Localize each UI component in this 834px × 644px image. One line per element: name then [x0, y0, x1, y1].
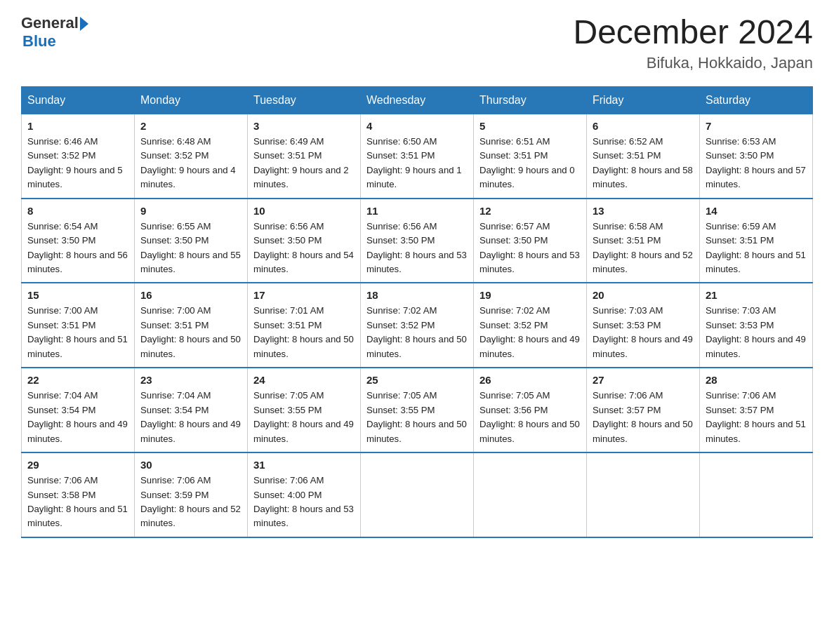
calendar-cell: 24Sunrise: 7:05 AMSunset: 3:55 PMDayligh…	[248, 368, 361, 452]
week-row-5: 29Sunrise: 7:06 AMSunset: 3:58 PMDayligh…	[22, 452, 813, 537]
header-saturday: Saturday	[700, 86, 813, 114]
day-info: Sunrise: 7:01 AMSunset: 3:51 PMDaylight:…	[253, 304, 355, 361]
week-row-4: 22Sunrise: 7:04 AMSunset: 3:54 PMDayligh…	[22, 368, 813, 452]
day-info: Sunrise: 6:56 AMSunset: 3:50 PMDaylight:…	[253, 220, 355, 277]
calendar-cell: 25Sunrise: 7:05 AMSunset: 3:55 PMDayligh…	[361, 368, 474, 452]
day-number: 7	[706, 120, 807, 132]
day-info: Sunrise: 7:06 AMSunset: 3:58 PMDaylight:…	[27, 474, 128, 531]
calendar-table: SundayMondayTuesdayWednesdayThursdayFrid…	[21, 86, 813, 538]
day-info: Sunrise: 6:52 AMSunset: 3:51 PMDaylight:…	[593, 135, 694, 192]
page-header: General Blue December 2024 Bifuka, Hokka…	[21, 14, 813, 72]
header-wednesday: Wednesday	[361, 86, 474, 114]
day-info: Sunrise: 6:53 AMSunset: 3:50 PMDaylight:…	[706, 135, 807, 192]
week-row-1: 1Sunrise: 6:46 AMSunset: 3:52 PMDaylight…	[22, 114, 813, 198]
day-number: 24	[253, 374, 355, 386]
day-number: 4	[366, 120, 468, 132]
day-info: Sunrise: 7:06 AMSunset: 4:00 PMDaylight:…	[253, 474, 355, 531]
day-info: Sunrise: 7:06 AMSunset: 3:57 PMDaylight:…	[706, 389, 807, 446]
calendar-cell	[700, 452, 813, 537]
day-number: 1	[27, 120, 128, 132]
calendar-cell: 14Sunrise: 6:59 AMSunset: 3:51 PMDayligh…	[700, 199, 813, 283]
logo: General Blue	[21, 14, 88, 51]
day-info: Sunrise: 7:06 AMSunset: 3:57 PMDaylight:…	[593, 389, 694, 446]
calendar-cell: 13Sunrise: 6:58 AMSunset: 3:51 PMDayligh…	[587, 199, 700, 283]
calendar-cell: 20Sunrise: 7:03 AMSunset: 3:53 PMDayligh…	[587, 283, 700, 368]
day-info: Sunrise: 7:02 AMSunset: 3:52 PMDaylight:…	[479, 304, 581, 361]
calendar-cell: 15Sunrise: 7:00 AMSunset: 3:51 PMDayligh…	[22, 283, 135, 368]
header-friday: Friday	[587, 86, 700, 114]
logo-general-text: General	[21, 14, 79, 32]
day-number: 13	[593, 205, 694, 217]
week-row-2: 8Sunrise: 6:54 AMSunset: 3:50 PMDaylight…	[22, 199, 813, 283]
day-info: Sunrise: 6:51 AMSunset: 3:51 PMDaylight:…	[479, 135, 581, 192]
day-number: 16	[140, 289, 241, 301]
day-info: Sunrise: 7:06 AMSunset: 3:59 PMDaylight:…	[140, 474, 241, 531]
logo-line1: General	[21, 14, 88, 32]
day-number: 2	[140, 120, 241, 132]
calendar-cell: 10Sunrise: 6:56 AMSunset: 3:50 PMDayligh…	[248, 199, 361, 283]
calendar-cell: 26Sunrise: 7:05 AMSunset: 3:56 PMDayligh…	[474, 368, 587, 452]
day-number: 27	[593, 374, 694, 386]
calendar-cell: 28Sunrise: 7:06 AMSunset: 3:57 PMDayligh…	[700, 368, 813, 452]
calendar-cell: 7Sunrise: 6:53 AMSunset: 3:50 PMDaylight…	[700, 114, 813, 198]
day-number: 20	[593, 289, 694, 301]
day-number: 9	[140, 205, 241, 217]
logo-blue-text: Blue	[22, 32, 88, 51]
day-number: 14	[706, 205, 807, 217]
day-number: 3	[253, 120, 355, 132]
day-info: Sunrise: 7:04 AMSunset: 3:54 PMDaylight:…	[27, 389, 128, 446]
calendar-cell: 31Sunrise: 7:06 AMSunset: 4:00 PMDayligh…	[248, 452, 361, 537]
week-row-3: 15Sunrise: 7:00 AMSunset: 3:51 PMDayligh…	[22, 283, 813, 368]
calendar-cell: 18Sunrise: 7:02 AMSunset: 3:52 PMDayligh…	[361, 283, 474, 368]
calendar-cell: 2Sunrise: 6:48 AMSunset: 3:52 PMDaylight…	[135, 114, 248, 198]
day-number: 17	[253, 289, 355, 301]
day-number: 26	[479, 374, 581, 386]
calendar-cell: 22Sunrise: 7:04 AMSunset: 3:54 PMDayligh…	[22, 368, 135, 452]
day-info: Sunrise: 6:54 AMSunset: 3:50 PMDaylight:…	[27, 220, 128, 277]
calendar-cell: 8Sunrise: 6:54 AMSunset: 3:50 PMDaylight…	[22, 199, 135, 283]
day-number: 29	[27, 459, 128, 471]
day-number: 30	[140, 459, 241, 471]
header-monday: Monday	[135, 86, 248, 114]
calendar-cell: 4Sunrise: 6:50 AMSunset: 3:51 PMDaylight…	[361, 114, 474, 198]
day-info: Sunrise: 6:46 AMSunset: 3:52 PMDaylight:…	[27, 135, 128, 192]
day-number: 18	[366, 289, 468, 301]
calendar-cell: 21Sunrise: 7:03 AMSunset: 3:53 PMDayligh…	[700, 283, 813, 368]
calendar-cell	[474, 452, 587, 537]
calendar-cell: 9Sunrise: 6:55 AMSunset: 3:50 PMDaylight…	[135, 199, 248, 283]
day-info: Sunrise: 6:57 AMSunset: 3:50 PMDaylight:…	[479, 220, 581, 277]
day-info: Sunrise: 6:58 AMSunset: 3:51 PMDaylight:…	[593, 220, 694, 277]
calendar-header-row: SundayMondayTuesdayWednesdayThursdayFrid…	[22, 86, 813, 114]
calendar-cell: 1Sunrise: 6:46 AMSunset: 3:52 PMDaylight…	[22, 114, 135, 198]
calendar-subtitle: Bifuka, Hokkaido, Japan	[573, 54, 813, 72]
day-number: 31	[253, 459, 355, 471]
day-info: Sunrise: 7:00 AMSunset: 3:51 PMDaylight:…	[140, 304, 241, 361]
day-info: Sunrise: 6:50 AMSunset: 3:51 PMDaylight:…	[366, 135, 468, 192]
calendar-cell: 29Sunrise: 7:06 AMSunset: 3:58 PMDayligh…	[22, 452, 135, 537]
day-number: 12	[479, 205, 581, 217]
day-info: Sunrise: 6:55 AMSunset: 3:50 PMDaylight:…	[140, 220, 241, 277]
day-number: 22	[27, 374, 128, 386]
calendar-cell: 27Sunrise: 7:06 AMSunset: 3:57 PMDayligh…	[587, 368, 700, 452]
day-info: Sunrise: 6:48 AMSunset: 3:52 PMDaylight:…	[140, 135, 241, 192]
calendar-cell: 3Sunrise: 6:49 AMSunset: 3:51 PMDaylight…	[248, 114, 361, 198]
day-info: Sunrise: 7:04 AMSunset: 3:54 PMDaylight:…	[140, 389, 241, 446]
day-number: 15	[27, 289, 128, 301]
day-info: Sunrise: 6:49 AMSunset: 3:51 PMDaylight:…	[253, 135, 355, 192]
header-thursday: Thursday	[474, 86, 587, 114]
calendar-cell: 30Sunrise: 7:06 AMSunset: 3:59 PMDayligh…	[135, 452, 248, 537]
day-number: 23	[140, 374, 241, 386]
calendar-cell: 6Sunrise: 6:52 AMSunset: 3:51 PMDaylight…	[587, 114, 700, 198]
logo-triangle-icon	[80, 17, 88, 31]
day-number: 25	[366, 374, 468, 386]
day-number: 11	[366, 205, 468, 217]
day-number: 19	[479, 289, 581, 301]
day-info: Sunrise: 7:03 AMSunset: 3:53 PMDaylight:…	[706, 304, 807, 361]
calendar-cell: 16Sunrise: 7:00 AMSunset: 3:51 PMDayligh…	[135, 283, 248, 368]
calendar-cell	[587, 452, 700, 537]
calendar-cell: 5Sunrise: 6:51 AMSunset: 3:51 PMDaylight…	[474, 114, 587, 198]
day-info: Sunrise: 7:05 AMSunset: 3:55 PMDaylight:…	[253, 389, 355, 446]
calendar-cell: 23Sunrise: 7:04 AMSunset: 3:54 PMDayligh…	[135, 368, 248, 452]
day-info: Sunrise: 7:02 AMSunset: 3:52 PMDaylight:…	[366, 304, 468, 361]
day-info: Sunrise: 7:05 AMSunset: 3:55 PMDaylight:…	[366, 389, 468, 446]
